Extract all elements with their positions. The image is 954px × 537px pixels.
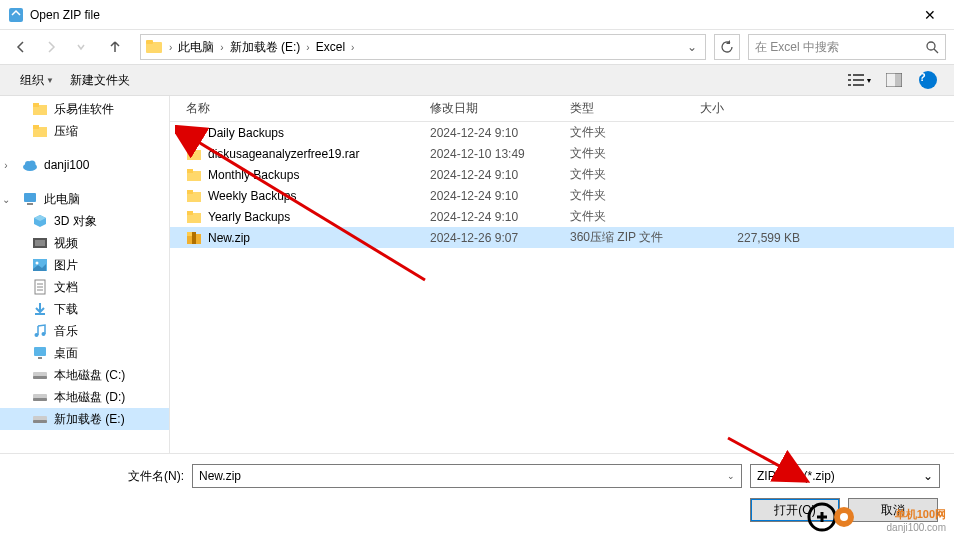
svg-rect-50 bbox=[187, 211, 193, 215]
breadcrumb-pc[interactable]: 此电脑 bbox=[176, 39, 216, 56]
file-date: 2024-12-10 13:49 bbox=[430, 147, 570, 161]
video-icon bbox=[32, 235, 48, 251]
svg-rect-20 bbox=[24, 193, 36, 202]
col-date[interactable]: 修改日期 bbox=[430, 100, 570, 117]
filename-input[interactable]: New.zip⌄ bbox=[192, 464, 742, 488]
back-button[interactable] bbox=[8, 34, 34, 60]
chevron-down-icon: ⌄ bbox=[0, 194, 12, 205]
sidebar-item-documents[interactable]: 文档 bbox=[0, 276, 169, 298]
sidebar-item-pc[interactable]: ⌄此电脑 bbox=[0, 188, 169, 210]
music-icon bbox=[32, 323, 48, 339]
col-type[interactable]: 类型 bbox=[570, 100, 700, 117]
file-row[interactable]: Weekly Backups2024-12-24 9:10文件夹 bbox=[170, 185, 954, 206]
search-input[interactable]: 在 Excel 中搜索 bbox=[748, 34, 946, 60]
file-type: 文件夹 bbox=[570, 208, 700, 225]
column-headers[interactable]: 名称 修改日期 类型 大小 bbox=[170, 96, 954, 122]
filename-label: 文件名(N): bbox=[14, 468, 184, 485]
pc-icon bbox=[22, 191, 38, 207]
drive-icon bbox=[32, 367, 48, 383]
svg-point-32 bbox=[42, 332, 46, 336]
folder-icon bbox=[32, 101, 48, 117]
svg-rect-33 bbox=[34, 347, 46, 356]
sidebar-item-folder[interactable]: 压缩 bbox=[0, 120, 169, 142]
col-size[interactable]: 大小 bbox=[700, 100, 820, 117]
sidebar: 乐易佳软件 压缩 ›danji100 ⌄此电脑 3D 对象 视频 图片 文档 下… bbox=[0, 96, 170, 453]
svg-rect-10 bbox=[853, 84, 864, 86]
breadcrumb-dropdown[interactable]: ⌄ bbox=[683, 40, 701, 54]
file-row[interactable]: Daily Backups2024-12-24 9:10文件夹 bbox=[170, 122, 954, 143]
preview-button[interactable] bbox=[880, 69, 908, 91]
search-icon[interactable] bbox=[925, 40, 939, 54]
svg-rect-8 bbox=[853, 79, 864, 81]
sidebar-item-drive-c[interactable]: 本地磁盘 (C:) bbox=[0, 364, 169, 386]
organize-button[interactable]: 组织▼ bbox=[12, 68, 62, 93]
sidebar-item-downloads[interactable]: 下载 bbox=[0, 298, 169, 320]
breadcrumb-folder[interactable]: Excel bbox=[314, 40, 347, 54]
file-row[interactable]: Monthly Backups2024-12-24 9:10文件夹 bbox=[170, 164, 954, 185]
svg-rect-38 bbox=[33, 398, 47, 401]
chevron-down-icon: ⌄ bbox=[923, 469, 933, 483]
sidebar-item-drive-e[interactable]: 新加载卷 (E:) bbox=[0, 408, 169, 430]
breadcrumb[interactable]: › 此电脑 › 新加载卷 (E:) › Excel › ⌄ bbox=[140, 34, 706, 60]
sidebar-item-music[interactable]: 音乐 bbox=[0, 320, 169, 342]
svg-line-4 bbox=[934, 49, 938, 53]
sidebar-item-folder[interactable]: 乐易佳软件 bbox=[0, 98, 169, 120]
svg-point-31 bbox=[35, 333, 39, 337]
svg-rect-14 bbox=[33, 103, 39, 107]
doc-icon bbox=[32, 279, 48, 295]
col-name[interactable]: 名称 bbox=[170, 100, 430, 117]
file-row[interactable]: New.zip2024-12-26 9:07360压缩 ZIP 文件227,59… bbox=[170, 227, 954, 248]
file-type: 文件夹 bbox=[570, 187, 700, 204]
svg-rect-42 bbox=[187, 127, 193, 131]
file-area: 名称 修改日期 类型 大小 Daily Backups2024-12-24 9:… bbox=[170, 96, 954, 453]
svg-rect-46 bbox=[187, 169, 193, 173]
svg-rect-34 bbox=[38, 357, 42, 359]
close-button[interactable]: ✕ bbox=[910, 0, 950, 30]
help-button[interactable]: ? bbox=[914, 69, 942, 91]
newfolder-button[interactable]: 新建文件夹 bbox=[62, 68, 138, 93]
file-date: 2024-12-24 9:10 bbox=[430, 126, 570, 140]
desktop-icon bbox=[32, 345, 48, 361]
forward-button[interactable] bbox=[38, 34, 64, 60]
file-date: 2024-12-24 9:10 bbox=[430, 168, 570, 182]
svg-rect-12 bbox=[895, 73, 902, 87]
sidebar-item-3d[interactable]: 3D 对象 bbox=[0, 210, 169, 232]
file-name: Yearly Backups bbox=[208, 210, 430, 224]
refresh-button[interactable] bbox=[714, 34, 740, 60]
filter-dropdown[interactable]: ZIP files (*.zip)⌄ bbox=[750, 464, 940, 488]
watermark: 单机100网danji100.com bbox=[887, 507, 946, 533]
file-name: diskusageanalyzerfree19.rar bbox=[208, 147, 430, 161]
svg-rect-48 bbox=[187, 190, 193, 194]
file-name: Daily Backups bbox=[208, 126, 430, 140]
svg-point-3 bbox=[927, 42, 935, 50]
folder-icon bbox=[186, 188, 202, 204]
svg-point-25 bbox=[36, 262, 39, 265]
svg-rect-16 bbox=[33, 125, 39, 129]
file-type: 文件夹 bbox=[570, 145, 700, 162]
svg-rect-36 bbox=[33, 376, 47, 379]
zip-icon bbox=[186, 230, 202, 246]
window-title: Open ZIP file bbox=[30, 8, 910, 22]
titlebar: Open ZIP file ✕ bbox=[0, 0, 954, 30]
sidebar-item-pictures[interactable]: 图片 bbox=[0, 254, 169, 276]
up-button[interactable] bbox=[102, 34, 128, 60]
sidebar-item-drive-d[interactable]: 本地磁盘 (D:) bbox=[0, 386, 169, 408]
file-size: 227,599 KB bbox=[700, 231, 820, 245]
app-icon bbox=[8, 7, 24, 23]
toolbar: 组织▼ 新建文件夹 ▼ ? bbox=[0, 64, 954, 96]
sidebar-item-danji[interactable]: ›danji100 bbox=[0, 154, 169, 176]
file-row[interactable]: Yearly Backups2024-12-24 9:10文件夹 bbox=[170, 206, 954, 227]
sidebar-item-desktop[interactable]: 桌面 bbox=[0, 342, 169, 364]
recent-dropdown[interactable] bbox=[68, 34, 94, 60]
file-name: New.zip bbox=[208, 231, 430, 245]
file-date: 2024-12-24 9:10 bbox=[430, 210, 570, 224]
chevron-right-icon: › bbox=[347, 42, 358, 53]
svg-rect-53 bbox=[192, 232, 196, 244]
sidebar-item-video[interactable]: 视频 bbox=[0, 232, 169, 254]
breadcrumb-drive[interactable]: 新加载卷 (E:) bbox=[228, 39, 303, 56]
open-button[interactable]: 打开(O) bbox=[750, 498, 840, 522]
file-row[interactable]: diskusageanalyzerfree19.rar2024-12-10 13… bbox=[170, 143, 954, 164]
svg-rect-21 bbox=[27, 203, 33, 205]
view-button[interactable]: ▼ bbox=[846, 69, 874, 91]
svg-rect-44 bbox=[187, 148, 193, 152]
